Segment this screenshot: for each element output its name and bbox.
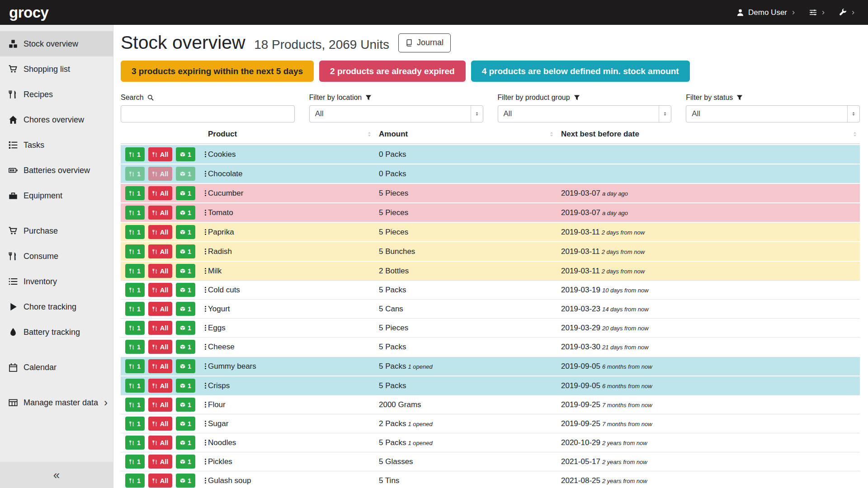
sidebar-item-shopping-list[interactable]: Shopping list ›	[0, 56, 113, 82]
open-one-button[interactable]: 1	[176, 283, 195, 297]
consume-all-button[interactable]: All	[148, 474, 173, 488]
open-one-button[interactable]: 1	[176, 206, 195, 220]
sidebar-item-recipes[interactable]: Recipes ›	[0, 82, 113, 107]
open-one-button[interactable]: 1	[176, 225, 195, 239]
sidebar-item-purchase[interactable]: Purchase ›	[0, 218, 113, 244]
consume-all-button[interactable]: All	[148, 379, 173, 393]
app-logo[interactable]: grocy	[9, 4, 48, 21]
sort-icon	[852, 131, 858, 137]
utensils-icon	[129, 364, 135, 369]
consume-one-button[interactable]: 1	[125, 379, 145, 393]
consume-all-button[interactable]: All	[148, 283, 173, 297]
settings-menu[interactable]	[809, 9, 826, 16]
consume-one-button[interactable]: 1	[125, 264, 145, 278]
consume-one-button[interactable]: 1	[125, 206, 145, 220]
open-one-button[interactable]: 1	[176, 302, 195, 316]
open-one-button[interactable]: 1	[176, 147, 195, 161]
open-one-button[interactable]: 1	[176, 417, 195, 431]
open-one-button[interactable]: 1	[176, 264, 195, 278]
consume-one-button[interactable]: 1	[125, 455, 145, 469]
consume-all-button[interactable]: All	[148, 340, 173, 354]
sidebar-item-chore-tracking[interactable]: Chore tracking ›	[0, 294, 113, 319]
consume-all-button[interactable]: All	[148, 321, 173, 335]
table-row: 1 All 1	[121, 280, 860, 299]
consume-one-button[interactable]: 1	[125, 340, 145, 354]
table-row: 1 All 1	[121, 299, 860, 318]
consume-one-button[interactable]: 1	[125, 321, 145, 335]
open-one-button[interactable]: 1	[176, 398, 195, 412]
product-amount: 5 Bunches	[374, 241, 557, 261]
product-column-header[interactable]: Product	[203, 125, 374, 144]
open-one-button[interactable]: 1	[176, 455, 195, 469]
product-group-select[interactable]: All	[498, 105, 672, 122]
consume-all-button[interactable]: All	[148, 186, 173, 200]
open-one-button[interactable]: 1	[176, 167, 195, 181]
consume-all-button[interactable]: All	[148, 359, 173, 373]
open-one-button[interactable]: 1	[176, 379, 195, 393]
sidebar-item-manage-master-data[interactable]: Manage master data ›	[0, 390, 113, 415]
admin-menu[interactable]	[839, 9, 855, 16]
consume-all-button[interactable]: All	[148, 167, 173, 181]
utensils-icon	[129, 478, 135, 483]
consume-one-button[interactable]: 1	[125, 417, 145, 431]
cart-icon	[9, 226, 18, 235]
consume-one-button[interactable]: 1	[125, 167, 145, 181]
consume-one-button[interactable]: 1	[125, 474, 145, 488]
search-input[interactable]	[121, 105, 295, 122]
consume-one-button[interactable]: 1	[125, 398, 145, 412]
sidebar-item-consume[interactable]: Consume ›	[0, 244, 113, 269]
open-one-button[interactable]: 1	[176, 340, 195, 354]
sidebar-item-equipment[interactable]: Equipment ›	[0, 183, 113, 208]
sidebar-collapse-button[interactable]: «	[0, 462, 113, 488]
consume-all-button[interactable]: All	[148, 147, 173, 161]
open-one-button[interactable]: 1	[176, 359, 195, 373]
best-before-column-header[interactable]: Next best before date	[557, 125, 860, 144]
consume-all-button[interactable]: All	[148, 264, 173, 278]
status-select[interactable]: All	[686, 105, 860, 122]
status-pill[interactable]: 3 products expiring within the next 5 da…	[121, 61, 314, 82]
utensils-icon	[152, 152, 158, 157]
consume-all-button[interactable]: All	[148, 225, 173, 239]
consume-one-button[interactable]: 1	[125, 283, 145, 297]
home-icon	[9, 115, 18, 124]
open-one-button[interactable]: 1	[176, 474, 195, 488]
chevron-right-icon: ›	[104, 397, 108, 408]
amount-column-header[interactable]: Amount	[374, 125, 557, 144]
consume-one-button[interactable]: 1	[125, 147, 145, 161]
sidebar-item-batteries-overview[interactable]: Batteries overview ›	[0, 158, 113, 183]
sidebar-item-chores-overview[interactable]: Chores overview ›	[0, 107, 113, 132]
consume-all-button[interactable]: All	[148, 436, 173, 450]
location-select[interactable]: All	[309, 105, 483, 122]
sidebar-item-label: Chores overview	[24, 115, 84, 125]
box-open-icon	[180, 440, 185, 446]
consume-one-button[interactable]: 1	[125, 244, 145, 258]
product-name: Chocolate	[203, 164, 374, 183]
product-amount: 5 Pieces	[374, 183, 557, 202]
consume-one-button[interactable]: 1	[125, 436, 145, 450]
consume-all-button[interactable]: All	[148, 206, 173, 220]
date-note: 6 months from now	[602, 363, 652, 370]
consume-one-button[interactable]: 1	[125, 225, 145, 239]
journal-button[interactable]: Journal	[398, 33, 451, 52]
consume-all-button[interactable]: All	[148, 244, 173, 258]
open-one-button[interactable]: 1	[176, 186, 195, 200]
consume-all-button[interactable]: All	[148, 417, 173, 431]
sidebar-item-inventory[interactable]: Inventory ›	[0, 269, 113, 294]
consume-one-button[interactable]: 1	[125, 186, 145, 200]
status-pill[interactable]: 2 products are already expired	[319, 61, 466, 82]
sidebar-item-calendar[interactable]: Calendar ›	[0, 355, 113, 380]
filter-by-product-group-label: Filter by product group	[498, 94, 672, 102]
sidebar-item-battery-tracking[interactable]: Battery tracking ›	[0, 319, 113, 345]
status-pill[interactable]: 4 products are below defined min. stock …	[471, 61, 690, 82]
consume-one-button[interactable]: 1	[125, 302, 145, 316]
user-menu[interactable]: Demo User	[736, 8, 796, 17]
consume-all-button[interactable]: All	[148, 398, 173, 412]
sidebar-item-stock-overview[interactable]: Stock overview ›	[0, 31, 113, 56]
consume-one-button[interactable]: 1	[125, 359, 145, 373]
open-one-button[interactable]: 1	[176, 244, 195, 258]
sidebar-item-tasks[interactable]: Tasks ›	[0, 132, 113, 158]
open-one-button[interactable]: 1	[176, 321, 195, 335]
consume-all-button[interactable]: All	[148, 302, 173, 316]
open-one-button[interactable]: 1	[176, 436, 195, 450]
consume-all-button[interactable]: All	[148, 455, 173, 469]
